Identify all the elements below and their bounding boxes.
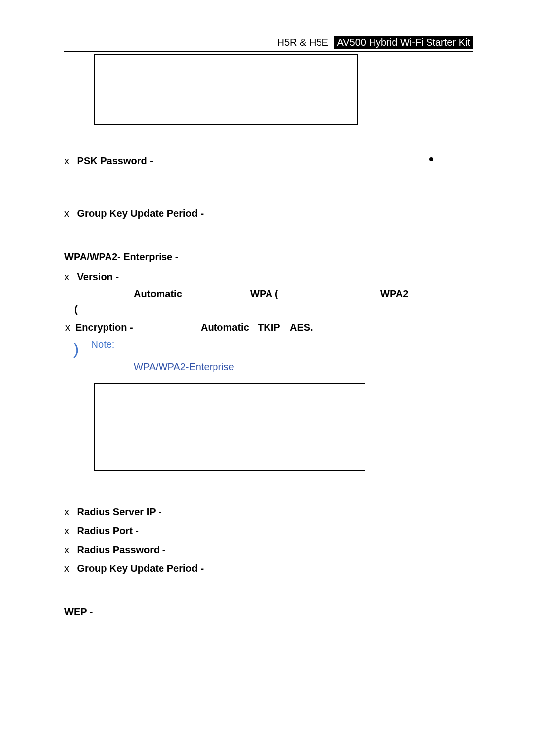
wpa-ent-label: WPA/WPA2- Enterprise -	[64, 252, 178, 262]
aes-label: AES.	[290, 321, 313, 334]
radius-port-row: x Radius Port -	[64, 524, 473, 537]
radius-ip-label: Radius Server IP -	[77, 506, 162, 517]
note-icon: )	[73, 338, 88, 359]
gkup2-label: Group Key Update Period -	[77, 563, 204, 574]
bullet-marker: x	[64, 154, 74, 167]
bullet-marker: x	[64, 562, 74, 575]
version-label: Version -	[77, 271, 119, 282]
version-row: x Version -	[64, 270, 473, 283]
psk-password-label: PSK Password -	[77, 155, 153, 166]
radius-pw-label: Radius Password -	[77, 544, 166, 555]
bullet-marker: x	[64, 207, 74, 220]
gkup2-row: x Group Key Update Period -	[64, 562, 473, 575]
automatic-label-1: Automatic	[134, 287, 182, 300]
paren-row: (	[64, 303, 473, 316]
radius-pw-row: x Radius Password -	[64, 543, 473, 556]
gkup-label: Group Key Update Period -	[77, 208, 204, 219]
wpa-label: WPA (	[250, 287, 278, 300]
radius-ip-row: x Radius Server IP -	[64, 505, 473, 518]
radius-port-label: Radius Port -	[77, 525, 139, 536]
bullet-marker: x	[64, 543, 74, 556]
bullet-marker: x	[65, 321, 75, 334]
page: H5R & H5E AV500 Hybrid Wi-Fi Starter Kit…	[0, 0, 535, 756]
automatic-label-2: Automatic	[201, 321, 249, 334]
wpa-ent-row: WPA/WPA2- Enterprise -	[64, 251, 473, 263]
page-header: H5R & H5E AV500 Hybrid Wi-Fi Starter Kit	[64, 36, 473, 52]
wpa2-label: WPA2	[380, 287, 408, 300]
note-label: Note:	[91, 339, 115, 350]
header-left: H5R & H5E	[277, 37, 328, 48]
figure-placeholder-2	[94, 383, 365, 471]
bullet-marker: x	[64, 524, 74, 537]
wep-label: WEP -	[64, 606, 93, 617]
bullet-marker: x	[64, 505, 74, 518]
gkup-row: x Group Key Update Period -	[64, 207, 473, 220]
note-link: WPA/WPA2-Enterprise	[134, 361, 234, 372]
figure-placeholder-1	[94, 54, 358, 125]
note-link-row: WPA/WPA2-Enterprise	[64, 360, 473, 373]
psk-password-row: x PSK Password -	[64, 154, 473, 167]
open-paren: (	[74, 303, 78, 316]
bullet-marker: x	[64, 270, 74, 283]
note-row: ) Note:	[64, 338, 473, 359]
header-right-box: AV500 Hybrid Wi-Fi Starter Kit	[334, 36, 473, 49]
encryption-label: Encryption -	[75, 321, 133, 334]
tkip-label: TKIP	[258, 321, 280, 334]
wep-row: WEP -	[64, 605, 473, 618]
bullet-icon	[429, 157, 433, 161]
version-options-row: Automatic WPA ( WPA2	[64, 287, 473, 300]
encryption-row: x Encryption - Automatic TKIP AES.	[64, 321, 473, 334]
content: x PSK Password - x Group Key Update Peri…	[64, 54, 473, 618]
